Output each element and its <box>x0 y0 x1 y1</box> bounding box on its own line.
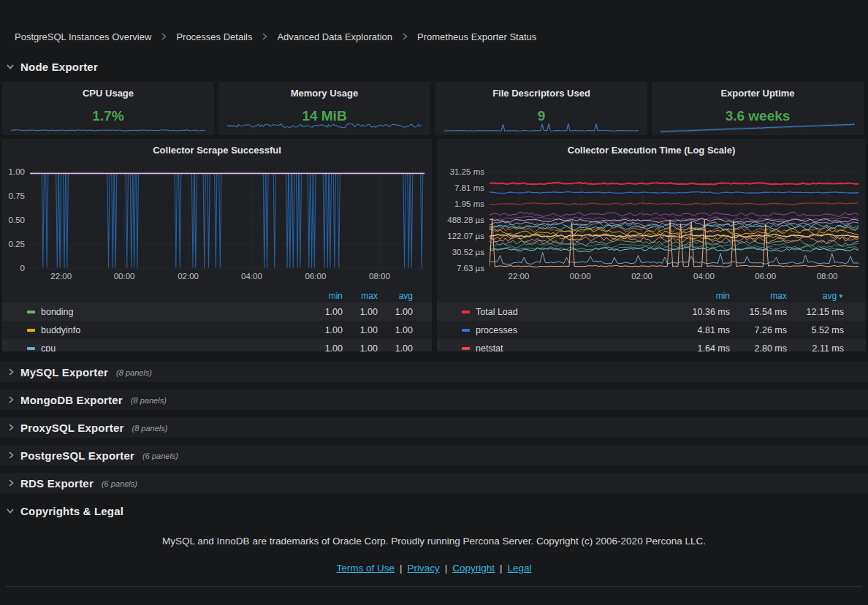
legend-column-header-avg[interactable]: avg▼ <box>787 291 844 301</box>
chevron-right-icon <box>260 32 269 41</box>
x-axis-label: 08:00 <box>369 272 390 281</box>
series-avg-value: 5.52 ms <box>787 325 844 335</box>
series-avg-value: 12.15 ms <box>787 307 844 317</box>
legend-row-total-load: Total Load10.36 ms15.54 ms12.15 ms <box>437 302 866 321</box>
breadcrumb-item-postgresql-instances-overview[interactable]: PostgreSQL Instances Overview <box>15 31 151 42</box>
legal-link-legal[interactable]: Legal <box>508 563 532 574</box>
legend-column-header-min[interactable]: min <box>308 291 343 301</box>
chevron-right-icon <box>7 451 15 460</box>
breadcrumb-item-processes-details[interactable]: Processes Details <box>176 31 252 42</box>
section-panel-count: (8 panels) <box>116 368 152 377</box>
y-axis-label: 7.81 ms <box>454 183 484 192</box>
series-color-swatch <box>27 311 35 313</box>
chevron-right-icon <box>7 395 15 404</box>
dashboard: PostgreSQL Instances OverviewProcesses D… <box>0 0 868 605</box>
y-axis-label: 0.50 <box>9 216 25 224</box>
legend-column-header-min[interactable]: min <box>673 291 730 301</box>
legend-row-processes: processes4.81 ms7.26 ms5.52 ms <box>437 321 866 339</box>
x-axis-label: 08:00 <box>817 272 838 281</box>
section-title: RDS Exporter <box>20 477 94 490</box>
chevron-down-icon <box>5 506 15 516</box>
link-separator: | <box>445 563 448 574</box>
y-axis-label: 122.07 µs <box>447 232 484 240</box>
y-axis-label: 0.75 <box>9 191 25 200</box>
panel-title[interactable]: Collector Execution Time (Log Scale) <box>437 145 866 156</box>
section-row-mysql-exporter[interactable]: MySQL Exporter(8 panels) <box>0 362 868 382</box>
panel-title[interactable]: Memory Usage <box>218 88 430 99</box>
panel-title[interactable]: File Descriptors Used <box>435 88 647 99</box>
series-name[interactable]: cpu <box>41 343 56 352</box>
stat-panel-exporter-uptime: Exporter Uptime3.6 weeks <box>652 82 864 135</box>
section-row-proxysql-exporter[interactable]: ProxySQL Exporter(8 panels) <box>0 417 868 438</box>
legal-link-terms-of-use[interactable]: Terms of Use <box>336 563 395 574</box>
legal-links: Terms of Use|Privacy|Copyright|Legal <box>0 563 868 574</box>
legal-link-privacy[interactable]: Privacy <box>407 563 439 574</box>
series-min-value: 1.64 ms <box>673 343 730 352</box>
series-color-swatch <box>27 329 35 332</box>
series-min-value: 4.81 ms <box>673 325 730 335</box>
series-min-value: 1.00 <box>308 343 343 352</box>
legend-column-header-avg[interactable]: avg <box>378 291 413 301</box>
panel-title[interactable]: Collector Scrape Successful <box>2 145 432 156</box>
legend: minmaxavgbonding1.001.001.00buddyinfo1.0… <box>2 289 432 351</box>
chevron-right-icon <box>7 423 15 432</box>
x-axis-label: 22:00 <box>509 272 530 281</box>
x-axis-label: 02:00 <box>631 272 652 281</box>
series-color-swatch <box>27 347 35 350</box>
section-header-copyrights-legal[interactable]: Copyrights & Legal <box>5 503 123 518</box>
section-header-node-exporter[interactable]: Node Exporter <box>5 59 98 74</box>
series-avg-value: 2.11 ms <box>787 343 844 352</box>
chart-panel-collector-execution-time-log-scale: Collector Execution Time (Log Scale)31.2… <box>437 139 866 351</box>
breadcrumb-item-prometheus-exporter-status: Prometheus Exporter Status <box>417 31 536 42</box>
legend-header-row: minmaxavg <box>2 289 432 302</box>
series-name[interactable]: netstat <box>476 343 503 352</box>
x-axis-label: 02:00 <box>178 272 199 281</box>
plot-area[interactable] <box>30 172 425 269</box>
section-title: MongoDB Exporter <box>20 394 123 406</box>
series-min-value: 1.00 <box>308 325 343 335</box>
section-panel-count: (6 panels) <box>102 479 137 488</box>
series-name[interactable]: processes <box>476 325 517 335</box>
legend-column-header-max[interactable]: max <box>730 291 787 301</box>
breadcrumb-item-advanced-data-exploration[interactable]: Advanced Data Exploration <box>277 31 392 42</box>
section-row-postgresql-exporter[interactable]: PostgreSQL Exporter(6 panels) <box>0 445 868 465</box>
legend-row-bonding: bonding1.001.001.00 <box>2 302 432 321</box>
section-panel-count: (8 panels) <box>131 396 167 405</box>
y-axis-label: 1.95 ms <box>454 199 484 208</box>
x-axis-label: 00:00 <box>570 272 591 281</box>
series-color-swatch <box>462 311 470 313</box>
series-name[interactable]: buddyinfo <box>41 325 80 335</box>
chevron-down-icon <box>5 61 15 72</box>
link-separator: | <box>500 563 503 574</box>
series-color-swatch <box>462 329 470 332</box>
stat-value: 3.6 weeks <box>652 108 864 124</box>
stat-value: 14 MiB <box>218 108 430 124</box>
series-max-value: 1.00 <box>343 307 378 317</box>
legend: minmaxavg▼Total Load10.36 ms15.54 ms12.1… <box>437 289 866 351</box>
legend-row-netstat: netstat1.64 ms2.80 ms2.11 ms <box>437 339 866 351</box>
breadcrumb-separator <box>400 32 409 41</box>
section-row-mongodb-exporter[interactable]: MongoDB Exporter(8 panels) <box>0 389 868 410</box>
y-axis-label: 7.63 µs <box>457 264 484 273</box>
section-title: MySQL Exporter <box>20 366 108 378</box>
series-color-swatch <box>462 347 470 350</box>
chevron-right-icon <box>7 479 15 487</box>
y-axis-label: 1.00 <box>9 167 25 176</box>
panel-title[interactable]: Exporter Uptime <box>652 88 864 99</box>
x-axis-label: 04:00 <box>693 272 715 281</box>
legal-text: MySQL and InnoDB are trademarks of Oracl… <box>0 536 868 547</box>
series-name[interactable]: Total Load <box>476 307 518 317</box>
chevron-right-icon <box>159 32 168 41</box>
section-row-rds-exporter[interactable]: RDS Exporter(6 panels) <box>0 473 868 493</box>
section-title: ProxySQL Exporter <box>20 422 124 434</box>
series-max-value: 1.00 <box>343 343 378 352</box>
legal-link-copyright[interactable]: Copyright <box>452 563 495 574</box>
breadcrumb-separator <box>260 32 269 41</box>
section-title: PostgreSQL Exporter <box>20 449 134 462</box>
legend-column-header-max[interactable]: max <box>343 291 378 301</box>
panel-title[interactable]: CPU Usage <box>2 88 214 99</box>
plot-area[interactable] <box>490 172 859 269</box>
series-avg-value: 1.00 <box>378 343 413 352</box>
x-axis-label: 22:00 <box>50 272 72 281</box>
series-name[interactable]: bonding <box>41 307 74 317</box>
